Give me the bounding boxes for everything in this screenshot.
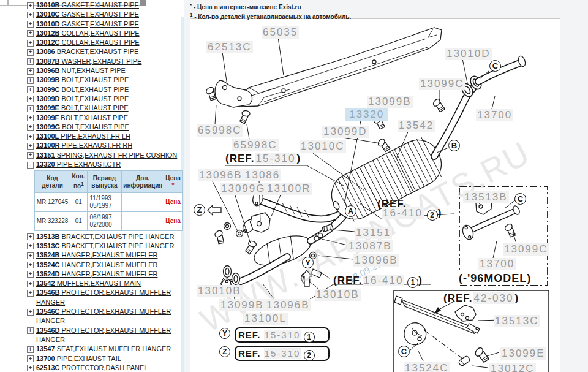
expand-icon[interactable]: +	[27, 309, 34, 316]
part-label-13524C: 13524C	[404, 362, 450, 372]
expand-icon[interactable]: +	[27, 143, 34, 150]
part-link-13320[interactable]: 13320 PIPE,EXHAUST,CTR	[36, 160, 121, 169]
part-number: 13099D	[36, 95, 60, 102]
expand-icon[interactable]: +	[27, 243, 34, 249]
part-link-13096B[interactable]: 13096B NUT,EXHAUST PIPE	[36, 66, 126, 75]
expand-icon[interactable]: +	[27, 134, 34, 140]
model-note: (-'96MODEL)	[459, 272, 531, 285]
tree-item-13524B: +13524B HANGER,EXHAUST MUFFLER	[27, 251, 183, 260]
part-number: 13524D	[36, 270, 60, 278]
price-note-line: 1 - Кол-во деталей устанавливаемых на ав…	[190, 11, 351, 21]
part-link-13513C[interactable]: 13513C BRACKET,EXHAUST PIPE HANGER	[36, 241, 174, 251]
part-link-13700[interactable]: 13700 PIPE,EXHAUST TAIL	[36, 354, 121, 363]
ref-code: 42-030	[473, 292, 515, 304]
part-link-13513B[interactable]: 13513B BRACKET,EXHAUST PIPE HANGER	[36, 232, 174, 241]
tree-item-13700: +13700 PIPE,EXHAUST TAIL	[27, 354, 183, 363]
part-link-13099D[interactable]: 13099D BOLT,EXHAUST PIPE	[36, 94, 129, 104]
expand-icon[interactable]: +	[27, 49, 34, 56]
expand-icon[interactable]: +	[27, 21, 34, 28]
part-link-13099F[interactable]: 13099F BOLT,EXHAUST PIPE	[36, 113, 128, 123]
part-link-13087B[interactable]: 13087B WASHER,EXHAUST PIPE	[36, 57, 141, 66]
part-label-13100R: 13100R	[266, 183, 312, 195]
note-symbol: 1	[190, 12, 192, 18]
tree-item-13546D: +13546D PROTECTOR,EXHAUST MUFFLER HANGER	[27, 326, 183, 345]
part-link-13546D[interactable]: 13546D PROTECTOR,EXHAUST MUFFLER HANGER	[36, 326, 183, 345]
expand-icon[interactable]: +	[27, 365, 34, 371]
tree-item-13546B: +13546B PROTECTOR,EXHAUST MUFFLER HANGER	[27, 288, 183, 307]
expand-icon[interactable]: +	[27, 355, 34, 362]
expand-icon[interactable]: +	[27, 346, 34, 353]
expand-icon[interactable]: +	[27, 262, 34, 268]
col-header: Код детали	[35, 171, 70, 192]
cell-period: 06/1997 - 02/2000	[87, 211, 122, 230]
expand-icon[interactable]: +	[27, 86, 34, 93]
expand-icon[interactable]: +	[27, 30, 34, 37]
part-link-13099C[interactable]: 13099C BOLT,EXHAUST PIPE	[36, 85, 129, 94]
expand-icon[interactable]: +	[27, 327, 34, 334]
part-label-13099B: 13099B	[219, 299, 265, 311]
tree-item-13513B: +13513B BRACKET,EXHAUST PIPE HANGER	[27, 232, 183, 241]
legend-ref-box: REF. 15-310 2	[235, 346, 330, 361]
part-number: 13010D	[36, 20, 60, 28]
tree-item-13099F: +13099F BOLT,EXHAUST PIPE	[27, 113, 183, 123]
expand-icon[interactable]: +	[27, 290, 34, 297]
expand-icon[interactable]: +	[27, 68, 34, 75]
part-link-13010C[interactable]: 13010C GASKET,EXHAUST PIPE	[36, 10, 139, 19]
expand-icon[interactable]: +	[27, 12, 34, 18]
tree-item-13099C: +13099C BOLT,EXHAUST PIPE	[27, 85, 183, 94]
part-link-13099G[interactable]: 13099G BOLT,EXHAUST PIPE	[36, 123, 129, 132]
part-link-13151[interactable]: 13151 SPRING,EXHAUST FR PIPE CUSHION	[36, 151, 177, 160]
ref-prefix: (REF.	[333, 275, 363, 286]
part-link-13086[interactable]: 13086 BRACKET,EXHAUST PIPE	[36, 47, 138, 56]
part-link-13546B[interactable]: 13546B PROTECTOR,EXHAUST MUFFLER HANGER	[36, 288, 183, 307]
price-link[interactable]: Цена	[165, 218, 181, 224]
part-detail-table: Код деталиКол-во1Период выпускаДоп. инфо…	[34, 170, 183, 230]
part-link-13099E[interactable]: 13099E BOLT,EXHAUST PIPE	[36, 104, 129, 113]
expand-icon[interactable]: +	[27, 40, 34, 47]
table-row: MR 3232280106/1997 - 02/2000Цена	[35, 211, 183, 230]
expand-icon[interactable]: +	[27, 115, 34, 121]
tree-item-13087B: +13087B WASHER,EXHAUST PIPE	[27, 57, 183, 66]
part-label-13087B: 13087B	[347, 240, 393, 252]
expand-icon[interactable]: +	[27, 233, 34, 240]
legend-ref-box: REF. 15-310 1	[235, 327, 330, 343]
part-link-13524B[interactable]: 13524B HANGER,EXHAUST MUFFLER	[36, 251, 157, 260]
part-link-13547[interactable]: 13547 SEAT,EXHAUST MUFFLER HANGER	[36, 344, 171, 354]
part-link-13010D[interactable]: 13010D GASKET,EXHAUST PIPE	[36, 20, 139, 29]
expand-icon[interactable]: +	[27, 2, 34, 9]
part-link-13100R[interactable]: 13100R PIPE,EXHAUST,FR RH	[36, 141, 132, 150]
part-label-13513C: 13513C	[494, 315, 540, 327]
part-link-13099B[interactable]: 13099B BOLT,EXHAUST PIPE	[36, 75, 129, 85]
cell-qty: 01	[70, 192, 88, 211]
part-link-13100L[interactable]: 13100L PIPE,EXHAUST,FR LH	[36, 132, 130, 141]
expand-icon[interactable]: +	[27, 124, 34, 131]
part-link-62513C[interactable]: 62513C PROTECTOR,DASH PANEL HEAT,LWR	[36, 363, 183, 372]
part-link-13524C[interactable]: 13524C HANGER,EXHAUST MUFFLER	[36, 260, 157, 270]
part-link-13524D[interactable]: 13524D HANGER,EXHAUST MUFFLER	[36, 270, 157, 279]
part-number: 13524B	[36, 251, 60, 259]
expand-icon[interactable]: +	[27, 77, 34, 84]
tree-item-13524C: +13524C HANGER,EXHAUST MUFFLER	[27, 260, 183, 270]
cell-info	[122, 192, 164, 211]
callout-circle-A: A	[345, 205, 356, 217]
collapse-icon[interactable]: -	[27, 162, 34, 169]
note-symbol: *	[190, 2, 192, 8]
part-link-13012B[interactable]: 13012B COLLAR,EXHAUST PIPE	[36, 29, 140, 38]
expand-icon[interactable]: +	[27, 271, 34, 278]
expand-icon[interactable]: +	[27, 58, 34, 65]
ref-label-42-030: (REF.42-030)	[443, 292, 519, 305]
tree-item-13012C: +13012C COLLAR,EXHAUST PIPE	[27, 38, 183, 47]
part-link-13542[interactable]: 13542 MUFFLER,EXHAUST MAIN	[36, 279, 141, 288]
expand-icon[interactable]: +	[27, 96, 34, 102]
price-link[interactable]: Цена	[165, 199, 181, 205]
part-link-13010B[interactable]: 13010B GASKET,EXHAUST PIPE	[36, 1, 139, 10]
expand-icon[interactable]: +	[27, 152, 34, 159]
part-link-13012C[interactable]: 13012C COLLAR,EXHAUST PIPE	[36, 38, 140, 47]
expand-icon[interactable]: +	[27, 252, 34, 259]
tree-item-62513C: +62513C PROTECTOR,DASH PANEL HEAT,LWR	[27, 363, 183, 372]
expand-icon[interactable]: +	[27, 105, 34, 112]
legend-circled-number-1: 1	[304, 332, 315, 343]
tree-item-13542: +13542 MUFFLER,EXHAUST MAIN	[27, 279, 183, 288]
expand-icon[interactable]: +	[27, 281, 34, 287]
part-link-13546C[interactable]: 13546C PROTECTOR,EXHAUST MUFFLER HANGER	[36, 307, 183, 326]
